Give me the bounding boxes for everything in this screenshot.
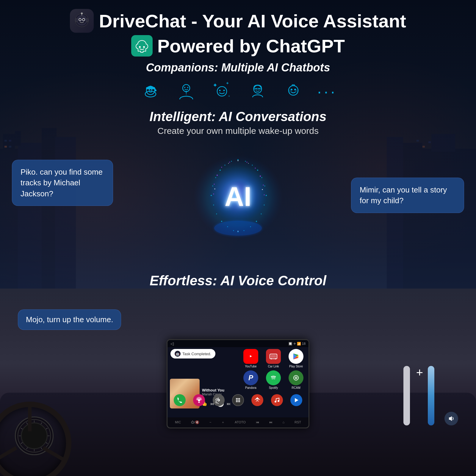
svg-point-65 — [215, 177, 216, 178]
svg-point-53 — [291, 89, 292, 90]
mojo-bubble: Mojo, turn up the volume. — [18, 309, 121, 330]
persona-icon-worker — [246, 79, 270, 103]
svg-point-36 — [155, 90, 156, 91]
notif-icon: 🤖 — [175, 351, 181, 357]
next-track-btn[interactable]: ⏭ — [269, 420, 273, 424]
svg-point-123 — [236, 401, 237, 402]
svg-point-44 — [219, 90, 221, 91]
app-pandora[interactable]: P Pandora — [241, 370, 261, 389]
prev-track-btn[interactable]: ⏮ — [256, 420, 259, 424]
music-app[interactable] — [271, 394, 283, 406]
svg-point-67 — [212, 186, 213, 187]
video-app[interactable] — [290, 394, 302, 406]
middle-section: Piko. can you find some tracks by Michae… — [0, 142, 476, 289]
svg-point-118 — [237, 398, 239, 399]
youtube-icon[interactable] — [243, 349, 258, 364]
svg-point-71 — [213, 205, 214, 206]
effortless-section: Effortless: AI Voice Control — [150, 273, 326, 289]
title-row: DriveChat - Your AI Voice Assistant — [70, 9, 406, 33]
svg-point-37 — [149, 89, 150, 90]
svg-point-81 — [247, 162, 248, 163]
svg-point-54 — [294, 89, 296, 90]
screen-status-bar: ◁ 🔲 ✈ 📶 18 — [167, 340, 309, 347]
volume-bar-colored[interactable] — [428, 366, 434, 425]
svg-point-74 — [256, 221, 257, 222]
app-carlink[interactable]: Car Link — [263, 349, 284, 368]
svg-point-40 — [184, 87, 185, 88]
phone-app[interactable] — [174, 394, 186, 406]
pandora-icon[interactable]: P — [243, 370, 258, 385]
svg-line-148 — [43, 448, 66, 461]
more-personas-dots: ··· — [317, 82, 337, 100]
svg-rect-101 — [271, 355, 276, 358]
app-playstore[interactable]: Play Store — [286, 349, 306, 368]
svg-point-24 — [83, 19, 84, 21]
persona-icon-sparkle — [210, 79, 234, 103]
rcam-icon[interactable] — [289, 370, 303, 385]
svg-point-49 — [259, 88, 260, 89]
svg-point-111 — [295, 377, 297, 378]
app-spotify[interactable]: Spotify — [263, 370, 284, 389]
svg-point-122 — [239, 400, 240, 401]
youtube-label: YouTube — [245, 365, 256, 368]
svg-point-90 — [213, 194, 214, 195]
chat-bubble-right: Mimir, can you tell a story for my child… — [351, 178, 464, 213]
svg-text:AI: AI — [225, 182, 251, 212]
vol-bar-colored-container — [428, 366, 434, 425]
chat-bubble-left: Piko. can you find some tracks by Michae… — [12, 160, 113, 206]
effortless-title: Effortless: AI Voice Control — [150, 273, 326, 289]
svg-point-84 — [263, 185, 264, 186]
vol-down-btn[interactable]: − — [209, 420, 211, 424]
playstore-icon[interactable] — [289, 349, 303, 364]
svg-point-82 — [255, 168, 256, 169]
svg-point-124 — [237, 401, 239, 402]
podcasts-app[interactable] — [193, 394, 205, 406]
svg-point-102 — [271, 358, 272, 359]
nav-app[interactable] — [251, 394, 263, 406]
companions-label: Companions: Multiple AI Chatbots — [146, 61, 330, 74]
back-button[interactable]: ◁ — [170, 341, 174, 346]
rcam-label: RCAM — [292, 386, 300, 389]
volume-bar-light[interactable] — [403, 366, 410, 425]
vol-up-btn[interactable]: ＋ — [221, 420, 225, 425]
mic-btn[interactable]: MIC — [175, 420, 181, 424]
svg-point-75 — [221, 221, 222, 222]
svg-point-66 — [264, 186, 265, 187]
svg-point-48 — [256, 88, 257, 89]
carlink-icon[interactable] — [266, 349, 281, 364]
bottom-section: Mojo, turn up the volume. ◁ 🔲 ✈ 📶 18 🤖 T… — [0, 289, 476, 476]
app-youtube[interactable]: YouTube — [241, 349, 261, 368]
svg-point-86 — [229, 162, 230, 163]
svg-point-89 — [214, 184, 215, 185]
song-title: Without You — [202, 388, 224, 392]
rst-btn[interactable]: RST — [295, 420, 301, 424]
svg-line-147 — [0, 448, 16, 461]
spotify-label: Spotify — [269, 386, 278, 389]
atoto-label: ATOTO — [235, 420, 246, 424]
svg-point-116 — [218, 399, 220, 401]
svg-point-98 — [214, 221, 262, 236]
svg-point-69 — [211, 195, 212, 196]
svg-point-117 — [236, 398, 237, 399]
plus-icon: + — [416, 366, 423, 379]
svg-marker-129 — [449, 416, 452, 421]
apps-grid-btn[interactable] — [232, 394, 244, 406]
settings-app[interactable] — [213, 394, 225, 406]
svg-point-94 — [262, 189, 263, 190]
svg-point-58 — [245, 161, 246, 162]
app-grid: YouTube Car Link — [241, 349, 306, 389]
svg-point-91 — [238, 160, 239, 161]
volume-icon[interactable] — [444, 412, 458, 425]
spotify-icon[interactable] — [266, 370, 281, 385]
app-row2 — [170, 394, 306, 406]
svg-point-30 — [143, 46, 145, 48]
svg-rect-42 — [186, 91, 187, 92]
svg-point-112 — [198, 399, 200, 401]
vol-bar-light-container — [403, 366, 410, 425]
svg-rect-26 — [86, 18, 88, 22]
app-rcam[interactable]: RCAM — [286, 370, 306, 389]
power-mute-btn[interactable]: ⏻/🔇 — [191, 420, 199, 424]
home-btn[interactable]: ⌂ — [282, 420, 284, 424]
intelligent-section: Intelligent: AI Conversations Create you… — [150, 109, 327, 136]
ai-orb: AI — [187, 151, 289, 246]
